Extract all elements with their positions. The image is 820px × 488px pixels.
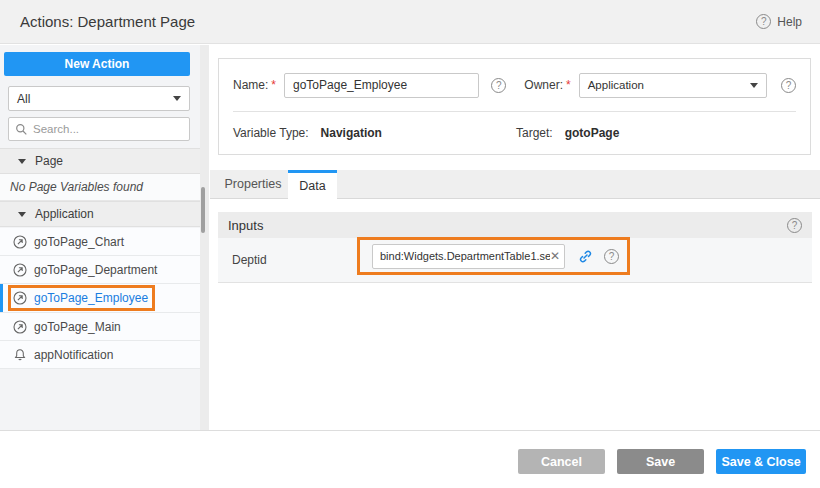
inputs-section-header: Inputs — [218, 212, 812, 238]
sidebar-item-label: goToPage_Employee — [34, 291, 148, 305]
chevron-down-icon — [750, 83, 758, 88]
cancel-button[interactable]: Cancel — [518, 449, 605, 474]
section-header-page[interactable]: Page — [0, 148, 200, 174]
sidebar-item-gotopage-employee[interactable]: goToPage_Employee — [0, 284, 200, 313]
clear-icon[interactable] — [550, 250, 560, 262]
type-target-row: Variable Type: Navigation Target: gotoPa… — [219, 112, 810, 154]
tab-properties[interactable]: Properties — [218, 170, 288, 199]
search-box[interactable] — [8, 117, 190, 141]
section-label: Page — [35, 154, 63, 168]
filter-value: All — [17, 92, 173, 106]
target-value: gotoPage — [565, 126, 620, 140]
variable-type-label: Variable Type: — [233, 126, 309, 140]
save-button[interactable]: Save — [617, 449, 704, 474]
bind-expression-value: bind:Widgets.DepartmentTable1.selec — [380, 250, 550, 262]
empty-page-variables-message: No Page Variables found — [0, 174, 200, 201]
detail-tabbar: Properties Data — [210, 170, 820, 199]
sidebar-item-gotopage-main[interactable]: goToPage_Main — [0, 313, 200, 341]
required-asterisk: * — [566, 78, 571, 92]
name-help-icon[interactable] — [491, 78, 506, 93]
footer-bar: Cancel Save Save & Close — [0, 430, 820, 488]
owner-value: Application — [588, 79, 750, 91]
target-label: Target: — [516, 126, 553, 140]
new-action-button[interactable]: New Action — [4, 52, 190, 76]
sidebar-item-label: appNotification — [34, 348, 113, 362]
actions-sidebar: New Action All Page No Page Variables fo… — [0, 45, 200, 430]
scrollbar-thumb[interactable] — [201, 187, 205, 233]
tab-data[interactable]: Data — [288, 170, 337, 200]
sidebar-item-label: goToPage_Main — [34, 320, 121, 334]
sidebar-item-appnotification[interactable]: appNotification — [0, 341, 200, 369]
section-header-application[interactable]: Application — [0, 201, 200, 227]
help-button[interactable]: Help — [756, 14, 802, 29]
sidebar-scrollbar[interactable] — [200, 45, 209, 430]
collapse-caret-icon — [18, 212, 26, 217]
save-and-close-button[interactable]: Save & Close — [716, 449, 806, 474]
input-field-name: Deptid — [232, 253, 267, 267]
navigate-icon — [13, 235, 27, 249]
filter-dropdown[interactable]: All — [8, 86, 190, 111]
variable-type-value: Navigation — [321, 126, 382, 140]
app-header: Actions: Department Page Help — [0, 0, 820, 44]
deptid-help-icon[interactable] — [604, 249, 619, 264]
name-label: Name:* — [233, 78, 276, 92]
chevron-down-icon — [173, 96, 181, 101]
collapse-caret-icon — [18, 159, 26, 164]
navigate-icon — [13, 320, 27, 334]
sidebar-item-gotopage-department[interactable]: goToPage_Department — [0, 256, 200, 284]
search-icon — [15, 123, 28, 136]
sidebar-item-label: goToPage_Chart — [34, 235, 124, 249]
navigate-icon — [13, 291, 27, 305]
navigate-icon — [13, 263, 27, 277]
help-label: Help — [777, 15, 802, 29]
owner-help-icon[interactable] — [781, 78, 796, 93]
selected-indicator-bar — [0, 284, 3, 312]
inputs-help-icon[interactable] — [787, 218, 802, 233]
inputs-title: Inputs — [228, 218, 787, 233]
page-title: Actions: Department Page — [20, 0, 195, 44]
name-input[interactable] — [284, 73, 479, 98]
annotation-highlight-box: bind:Widgets.DepartmentTable1.selec — [357, 237, 630, 275]
name-owner-row: Name:* Owner:* Application — [233, 59, 796, 112]
action-summary-panel: Name:* Owner:* Application Variable Type… — [218, 58, 811, 155]
bell-icon — [13, 348, 27, 362]
sidebar-item-label: goToPage_Department — [34, 263, 157, 277]
search-input[interactable] — [33, 123, 183, 135]
sidebar-item-gotopage-chart[interactable]: goToPage_Chart — [0, 228, 200, 256]
owner-dropdown[interactable]: Application — [579, 73, 767, 98]
owner-label: Owner:* — [524, 78, 570, 92]
required-asterisk: * — [271, 78, 276, 92]
help-icon — [756, 14, 771, 29]
section-label: Application — [35, 207, 94, 221]
deptid-bind-input[interactable]: bind:Widgets.DepartmentTable1.selec — [372, 244, 565, 269]
bind-link-icon[interactable] — [577, 248, 594, 265]
